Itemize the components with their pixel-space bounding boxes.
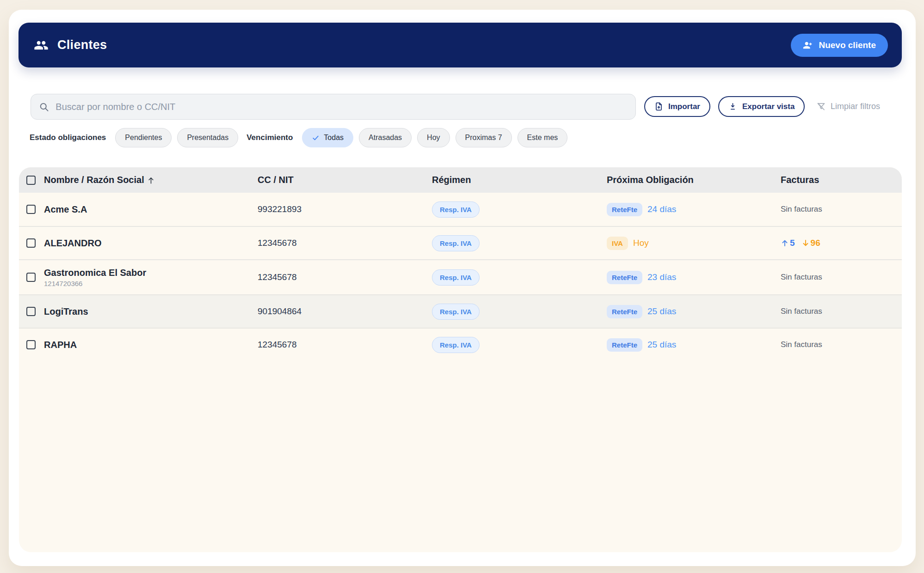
client-cc-nit: 12345678 [258,238,432,248]
client-subid: 1214720366 [44,280,258,287]
obligation-badge: ReteFte [607,338,642,352]
arrow-down-icon [801,239,810,247]
client-name: LogiTrans [44,306,258,317]
client-name-cell: Gastronomica El Sabor1214720366 [44,268,258,287]
facturas-up-count: 5 [781,238,795,248]
facturas-down-count: 96 [801,238,820,248]
facturas-cell: Sin facturas [781,307,902,316]
obligation-due-text: 23 días [647,272,676,282]
column-header-facturas[interactable]: Facturas [781,175,902,185]
regimen-badge: Resp. IVA [432,337,480,353]
filter-chip-proximas-7[interactable]: Proximas 7 [456,128,512,147]
search-icon [39,102,49,112]
regimen-badge: Resp. IVA [432,269,480,286]
row-checkbox[interactable] [26,238,36,248]
next-obligation-cell: ReteFte25 días [607,305,781,318]
row-checkbox[interactable] [26,340,36,349]
row-checkbox[interactable] [26,307,36,316]
clear-filters-button[interactable]: Limpiar filtros [816,96,880,117]
filter-chip-label: Atrasadas [369,134,402,142]
client-cc-nit: 12345678 [258,272,432,282]
client-cc-nit: 12345678 [258,340,432,350]
client-cc-nit: 901904864 [258,306,432,317]
new-client-button[interactable]: Nuevo cliente [791,34,888,57]
table-row[interactable]: LogiTrans901904864Resp. IVAReteFte25 día… [19,294,902,328]
status-filter-label: Estado obligaciones [30,133,106,142]
column-header-nombre[interactable]: Nombre / Razón Social [44,175,144,185]
column-header-proxima-obligacion[interactable]: Próxima Obligación [607,175,781,185]
client-name: RAPHA [44,340,258,350]
table-row[interactable]: ALEJANDRO12345678Resp. IVAIVAHoy596 [19,226,902,259]
filter-chip-presentadas[interactable]: Presentadas [177,128,238,147]
arrow-up-icon [781,239,789,247]
people-icon [34,38,49,53]
filter-chip-todas[interactable]: Todas [302,128,353,147]
facturas-cell: Sin facturas [781,205,902,214]
filter-chip-atrasadas[interactable]: Atrasadas [359,128,412,147]
filter-chip-label: Este mes [527,134,558,142]
clear-filters-label: Limpiar filtros [831,102,880,111]
table-body: Acme S.A993221893Resp. IVAReteFte24 días… [19,193,902,361]
page-header: Clientes Nuevo cliente [18,23,902,67]
filter-chip-label: Proximas 7 [465,134,502,142]
obligation-due-text: Hoy [633,238,649,248]
client-name-cell: Acme S.A [44,204,258,215]
page-title-group: Clientes [34,38,107,53]
obligation-badge: IVA [607,237,628,250]
client-name: Acme S.A [44,204,258,215]
page-title: Clientes [57,38,107,52]
obligation-badge: ReteFte [607,271,642,284]
filter-chip-este-mes[interactable]: Este mes [517,128,568,147]
export-view-button[interactable]: Exportar vista [718,96,805,117]
select-all-checkbox[interactable] [26,176,36,185]
column-header-regimen[interactable]: Régimen [432,175,607,185]
table-row[interactable]: Acme S.A993221893Resp. IVAReteFte24 días… [19,193,902,226]
regimen-badge: Resp. IVA [432,201,480,218]
status-chips: PendientesPresentadas [115,128,238,147]
row-checkbox[interactable] [26,273,36,282]
sort-asc-icon[interactable] [147,176,155,185]
filter-chip-label: Pendientes [125,134,162,142]
next-obligation-cell: ReteFte25 días [607,338,781,352]
client-name: Gastronomica El Sabor [44,268,258,278]
import-label: Importar [668,102,700,111]
obligation-badge: ReteFte [607,305,642,318]
person-add-icon [803,40,813,50]
clients-table: Nombre / Razón Social CC / NIT Régimen P… [19,167,902,552]
client-name-cell: RAPHA [44,340,258,350]
client-name-cell: ALEJANDRO [44,238,258,249]
filter-x-icon [816,102,826,111]
table-row[interactable]: Gastronomica El Sabor121472036612345678R… [19,259,902,294]
next-obligation-cell: ReteFte23 días [607,271,781,284]
filters-row: Estado obligaciones PendientesPresentada… [30,128,567,147]
regimen-badge: Resp. IVA [432,235,480,251]
filter-chip-hoy[interactable]: Hoy [417,128,450,147]
due-filter-label: Vencimiento [246,133,293,142]
due-chips: TodasAtrasadasHoyProximas 7Este mes [302,128,567,147]
client-cc-nit: 993221893 [258,204,432,214]
table-header-row: Nombre / Razón Social CC / NIT Régimen P… [19,167,902,193]
next-obligation-cell: IVAHoy [607,237,781,250]
check-icon [312,134,320,142]
import-button[interactable]: Importar [644,96,710,117]
file-up-icon [654,102,663,111]
next-obligation-cell: ReteFte24 días [607,203,781,216]
new-client-label: Nuevo cliente [819,40,876,50]
obligation-due-text: 25 días [647,340,676,350]
facturas-cell: 596 [781,238,902,248]
regimen-badge: Resp. IVA [432,304,480,320]
search-input[interactable] [55,102,627,112]
row-checkbox[interactable] [26,205,36,214]
facturas-cell: Sin facturas [781,273,902,282]
filter-chip-label: Todas [324,134,344,142]
filter-chip-label: Hoy [427,134,440,142]
obligation-badge: ReteFte [607,203,642,216]
clients-card: Clientes Nuevo cliente Importar Exportar… [9,10,916,566]
filter-chip-label: Presentadas [187,134,228,142]
facturas-cell: Sin facturas [781,340,902,349]
column-header-cc-nit[interactable]: CC / NIT [258,175,432,185]
client-name: ALEJANDRO [44,238,258,249]
filter-chip-pendientes[interactable]: Pendientes [115,128,172,147]
obligation-due-text: 25 días [647,306,676,317]
table-row[interactable]: RAPHA12345678Resp. IVAReteFte25 díasSin … [19,328,902,361]
